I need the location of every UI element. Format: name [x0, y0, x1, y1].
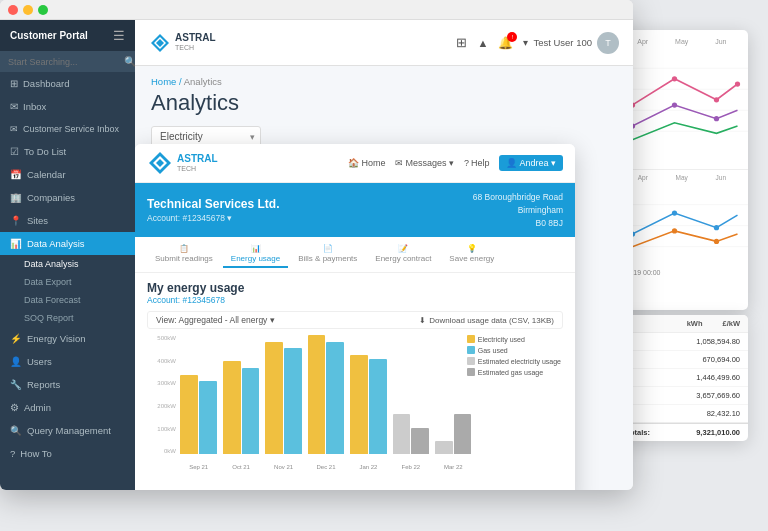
- x-label: Nov 21: [264, 464, 303, 470]
- bar-elec: [223, 361, 241, 454]
- companies-icon: 🏢: [10, 192, 22, 203]
- sidebar-menu-icon[interactable]: ☰: [113, 28, 125, 43]
- sidebar-item-inbox[interactable]: ✉ Inbox: [0, 95, 135, 118]
- x-label: Sep 21: [179, 464, 218, 470]
- user-menu[interactable]: ▾ Test User 100 T: [523, 32, 619, 54]
- sidebar-item-data-analysis[interactable]: 📊 Data Analysis: [0, 232, 135, 255]
- sidebar-item-admin[interactable]: ⚙ Admin: [0, 396, 135, 419]
- howto-icon: ?: [10, 448, 15, 459]
- legend-elec-label: Electricity used: [478, 336, 525, 343]
- company-account[interactable]: Account: #12345678 ▾: [147, 213, 280, 223]
- energy-account-link[interactable]: Account: #12345678: [147, 295, 563, 305]
- logo-line2: TECH: [175, 44, 216, 52]
- data-analysis-icon: 📊: [10, 238, 22, 249]
- bar-gas: [284, 348, 302, 454]
- home-icon: 🏠: [348, 158, 359, 168]
- data-row: 1,446,499.60: [618, 369, 748, 387]
- sidebar-item-query[interactable]: 🔍 Query Management: [0, 419, 135, 442]
- x-labels: Sep 21 Oct 21 Nov 21 Dec 21 Jan 22 Feb 2…: [179, 464, 473, 470]
- sidebar-item-howto[interactable]: ? How To: [0, 442, 135, 465]
- chart-x-label: Jun: [715, 38, 726, 45]
- portal-window: ASTRAL TECH 🏠 Home: [135, 144, 575, 490]
- y-label: 100kW: [147, 426, 179, 432]
- browser-window: Customer Portal ☰ 🔍 ⊞ Dashboard ✉: [0, 0, 633, 490]
- sidebar-item-todo[interactable]: ☑ To Do List: [0, 140, 135, 163]
- dashboard-icon: ⊞: [10, 78, 18, 89]
- admin-icon: ⚙: [10, 402, 19, 413]
- sidebar-item-companies[interactable]: 🏢 Companies: [0, 186, 135, 209]
- legend-gas-label: Gas used: [478, 347, 508, 354]
- portal-nav-messages[interactable]: ✉ Messages ▾: [395, 158, 454, 168]
- sidebar-item-cs-inbox[interactable]: ✉ Customer Service Inbox: [0, 118, 135, 140]
- bars-container: [179, 335, 473, 454]
- topbar: ASTRAL TECH ⊞ ▲ 🔔 !: [135, 20, 633, 66]
- subnav-contract[interactable]: 📝 Energy contract: [367, 241, 439, 268]
- company-address: 68 Boroughbridge Road Birmingham B0 8BJ: [473, 191, 563, 229]
- portal-nav-user[interactable]: 👤 Andrea ▾: [499, 155, 563, 171]
- portal-logo: ASTRAL TECH: [147, 150, 218, 176]
- legend-est-elec-icon: [467, 357, 475, 365]
- sidebar-sub-soq-report[interactable]: SOQ Report: [0, 309, 135, 327]
- messages-icon: ✉: [395, 158, 403, 168]
- portal-topbar: ASTRAL TECH 🏠 Home: [135, 144, 575, 183]
- sidebar-item-reports[interactable]: 🔧 Reports: [0, 373, 135, 396]
- subnav-bills[interactable]: 📄 Bills & payments: [290, 241, 365, 268]
- legend-est-gas-label: Estimated gas usage: [478, 369, 543, 376]
- col-header-card: £/kW: [722, 319, 740, 328]
- grid-icon[interactable]: ⊞: [456, 35, 467, 50]
- col-header-kwh: kWh: [687, 319, 703, 328]
- sidebar-sub-data-analysis[interactable]: Data Analysis: [0, 255, 135, 273]
- download-button[interactable]: ⬇ Download usage data (CSV, 13KB): [419, 316, 554, 325]
- sidebar-item-calendar[interactable]: 📅 Calendar: [0, 163, 135, 186]
- sidebar-item-dashboard[interactable]: ⊞ Dashboard: [0, 72, 135, 95]
- portal-nav-home[interactable]: 🏠 Home: [348, 158, 385, 168]
- sidebar-item-energy-vision[interactable]: ⚡ Energy Vision: [0, 327, 135, 350]
- subnav-submit[interactable]: 📋 Submit readings: [147, 241, 221, 268]
- chart-x-label: May: [675, 38, 688, 45]
- notification-badge: !: [507, 32, 517, 42]
- query-icon: 🔍: [10, 425, 22, 436]
- window-maximize[interactable]: [38, 5, 48, 15]
- main-content: ASTRAL TECH ⊞ ▲ 🔔 !: [135, 20, 633, 490]
- chart-x-label2: May: [676, 174, 688, 181]
- sidebar-search-input[interactable]: [8, 57, 120, 67]
- page-title: Analytics: [151, 90, 617, 116]
- y-label: 500kW: [147, 335, 179, 341]
- bell-icon[interactable]: 🔔 !: [498, 36, 513, 50]
- x-label: Oct 21: [221, 464, 260, 470]
- alert-icon[interactable]: ▲: [477, 37, 488, 49]
- sidebar-item-sites[interactable]: 📍 Sites: [0, 209, 135, 232]
- submit-readings-icon: 📋: [179, 244, 189, 253]
- inbox-icon: ✉: [10, 101, 18, 112]
- data-row: 3,657,669.60: [618, 387, 748, 405]
- sidebar-item-users[interactable]: 👤 Users: [0, 350, 135, 373]
- window-close[interactable]: [8, 5, 18, 15]
- bar-elec: [180, 375, 198, 454]
- breadcrumb-home[interactable]: Home /: [151, 76, 182, 87]
- data-row: 670,694.00: [618, 351, 748, 369]
- portal-nav-help[interactable]: ? Help: [464, 158, 490, 168]
- sidebar: Customer Portal ☰ 🔍 ⊞ Dashboard ✉: [0, 20, 135, 490]
- subnav-save-energy[interactable]: 💡 Save energy: [441, 241, 502, 268]
- view-selector[interactable]: View: Aggregated - All energy ▾: [156, 315, 275, 325]
- y-label: 300kW: [147, 380, 179, 386]
- sidebar-sub-data-forecast[interactable]: Data Forecast: [0, 291, 135, 309]
- svg-point-25: [672, 228, 677, 233]
- window-minimize[interactable]: [23, 5, 33, 15]
- data-row: 82,432.10: [618, 405, 748, 423]
- x-label: Dec 21: [306, 464, 345, 470]
- users-icon: 👤: [10, 356, 22, 367]
- svg-point-22: [714, 225, 719, 230]
- svg-point-7: [672, 76, 677, 81]
- sidebar-header: Customer Portal ☰: [0, 20, 135, 51]
- breadcrumb: Home / Analytics: [151, 76, 617, 87]
- subnav-energy-usage[interactable]: 📊 Energy usage: [223, 241, 288, 268]
- todo-icon: ☑: [10, 146, 19, 157]
- bills-icon: 📄: [323, 244, 333, 253]
- page-content: Home / Analytics Analytics Electricity G…: [135, 66, 633, 490]
- portal-sub-nav: 📋 Submit readings 📊 Energy usage 📄 Bills…: [135, 237, 575, 273]
- sidebar-sub-data-export[interactable]: Data Export: [0, 273, 135, 291]
- x-label: Feb 22: [391, 464, 430, 470]
- svg-point-14: [714, 116, 719, 121]
- energy-usage-icon: 📊: [251, 244, 261, 253]
